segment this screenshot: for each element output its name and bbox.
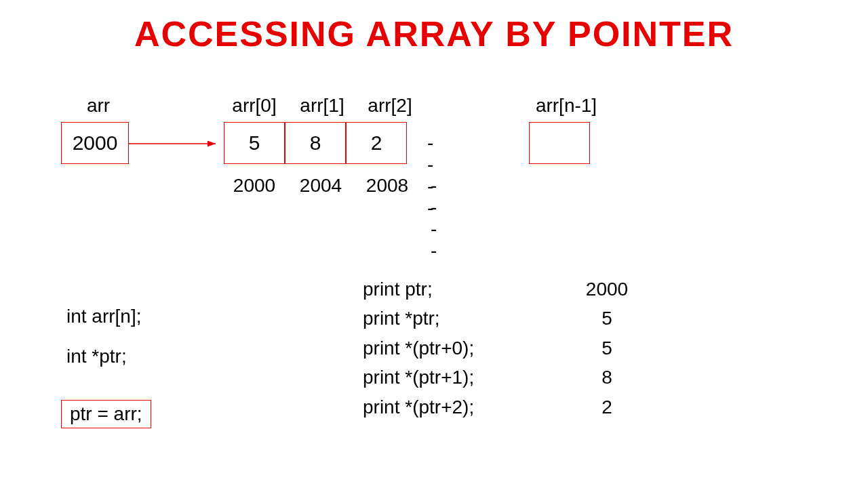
print-row-0: print ptr; 2000 bbox=[363, 274, 641, 304]
print-stmt-4: print *(ptr+2); bbox=[363, 392, 573, 422]
code-line-3: ptr = arr; bbox=[61, 400, 151, 428]
arr-address-box: 2000 bbox=[61, 122, 129, 164]
code-assignment-box: ptr = arr; bbox=[61, 400, 151, 428]
print-stmt-1: print *ptr; bbox=[363, 304, 573, 333]
print-val-0: 2000 bbox=[573, 274, 641, 304]
cell-label-0: arr[0] bbox=[224, 95, 285, 117]
cell-addr-0: 2000 bbox=[224, 175, 285, 197]
cell-box-1: 8 bbox=[285, 122, 346, 164]
print-stmt-2: print *(ptr+0); bbox=[363, 333, 573, 363]
print-row-4: print *(ptr+2); 2 bbox=[363, 392, 641, 422]
code-declarations: int arr[n]; int *ptr; bbox=[66, 302, 141, 376]
cell-label-1: arr[1] bbox=[292, 95, 353, 117]
print-row-3: print *(ptr+1); 8 bbox=[363, 363, 641, 392]
cell-label-last: arr[n-1] bbox=[526, 95, 607, 117]
code-line-2: int *ptr; bbox=[66, 342, 141, 372]
print-val-1: 5 bbox=[573, 304, 641, 333]
print-val-2: 5 bbox=[573, 333, 641, 363]
cell-box-0: 5 bbox=[224, 122, 285, 164]
print-row-2: print *(ptr+0); 5 bbox=[363, 333, 641, 363]
cell-addr-1: 2004 bbox=[290, 175, 351, 197]
print-stmt-3: print *(ptr+1); bbox=[363, 363, 573, 392]
cell-box-last bbox=[529, 122, 590, 164]
arrow-icon bbox=[129, 136, 224, 156]
print-row-1: print *ptr; 5 bbox=[363, 304, 641, 333]
print-stmt-0: print ptr; bbox=[363, 274, 573, 304]
print-val-3: 8 bbox=[573, 363, 641, 392]
cell-addr-2: 2008 bbox=[357, 175, 418, 197]
arr-var-label: arr bbox=[71, 95, 125, 117]
cell-box-2: 2 bbox=[346, 122, 407, 164]
addr-dashes: - - - - bbox=[431, 175, 441, 262]
page-title: ACCESSING ARRAY BY POINTER bbox=[0, 14, 868, 54]
cell-label-2: arr[2] bbox=[359, 95, 420, 117]
print-output-table: print ptr; 2000 print *ptr; 5 print *(pt… bbox=[363, 274, 641, 422]
code-line-1: int arr[n]; bbox=[66, 302, 141, 332]
print-val-4: 2 bbox=[573, 392, 641, 422]
